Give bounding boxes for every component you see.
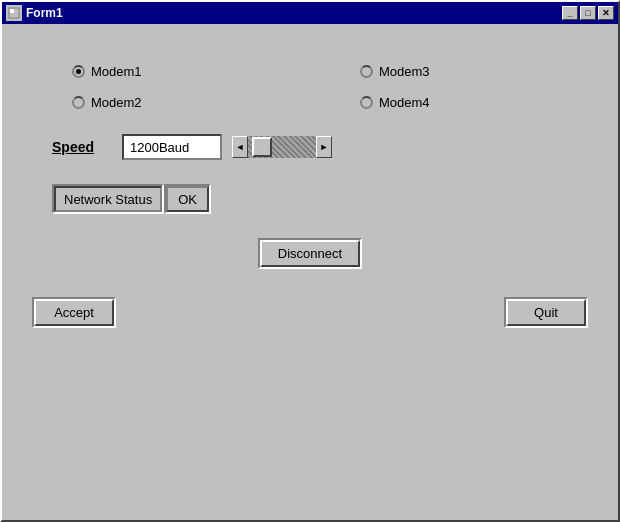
modem2-label: Modem2 bbox=[91, 95, 142, 110]
network-status-label: Network Status bbox=[54, 186, 162, 212]
scroll-right-button[interactable]: ► bbox=[316, 136, 332, 158]
modem3-radio-item[interactable]: Modem3 bbox=[360, 64, 588, 79]
modem4-radio-item[interactable]: Modem4 bbox=[360, 95, 588, 110]
scroll-left-button[interactable]: ◄ bbox=[232, 136, 248, 158]
status-label-outer: Network Status bbox=[52, 184, 164, 214]
window-title: Form1 bbox=[26, 6, 63, 20]
modem1-radio-button[interactable] bbox=[72, 65, 85, 78]
quit-button[interactable]: Quit bbox=[506, 299, 586, 326]
modem2-radio-button[interactable] bbox=[72, 96, 85, 109]
modem1-label: Modem1 bbox=[91, 64, 142, 79]
scroll-track[interactable] bbox=[248, 136, 316, 158]
disconnect-button[interactable]: Disconnect bbox=[260, 240, 360, 267]
minimize-button[interactable]: _ bbox=[562, 6, 578, 20]
main-window: Form1 _ □ ✕ Modem1 Modem3 Modem2 bbox=[0, 0, 620, 522]
speed-label: Speed bbox=[52, 139, 112, 155]
modem1-radio-item[interactable]: Modem1 bbox=[72, 64, 300, 79]
title-bar-buttons: _ □ ✕ bbox=[562, 6, 614, 20]
title-bar-left: Form1 bbox=[6, 5, 63, 21]
disconnect-outer: Disconnect bbox=[258, 238, 362, 269]
modem3-radio-button[interactable] bbox=[360, 65, 373, 78]
window-body: Modem1 Modem3 Modem2 Modem4 Speed ◄ bbox=[2, 24, 618, 348]
accept-button[interactable]: Accept bbox=[34, 299, 114, 326]
speed-row: Speed ◄ ► bbox=[52, 134, 588, 160]
network-status-value: OK bbox=[166, 186, 209, 212]
svg-rect-1 bbox=[10, 9, 14, 13]
speed-scrollbar[interactable]: ◄ ► bbox=[232, 136, 332, 158]
maximize-button[interactable]: □ bbox=[580, 6, 596, 20]
modem2-radio-item[interactable]: Modem2 bbox=[72, 95, 300, 110]
bottom-button-row: Accept Quit bbox=[32, 297, 588, 328]
form-icon bbox=[6, 5, 22, 21]
disconnect-row: Disconnect bbox=[32, 238, 588, 269]
modem4-label: Modem4 bbox=[379, 95, 430, 110]
accept-outer: Accept bbox=[32, 297, 116, 328]
title-bar: Form1 _ □ ✕ bbox=[2, 2, 618, 24]
network-status-row: Network Status OK bbox=[52, 184, 588, 214]
speed-input[interactable] bbox=[122, 134, 222, 160]
status-value-outer: OK bbox=[164, 184, 211, 214]
modem3-label: Modem3 bbox=[379, 64, 430, 79]
close-button[interactable]: ✕ bbox=[598, 6, 614, 20]
modem-radio-group: Modem1 Modem3 Modem2 Modem4 bbox=[72, 64, 588, 110]
scroll-thumb[interactable] bbox=[252, 137, 272, 157]
quit-outer: Quit bbox=[504, 297, 588, 328]
modem4-radio-button[interactable] bbox=[360, 96, 373, 109]
